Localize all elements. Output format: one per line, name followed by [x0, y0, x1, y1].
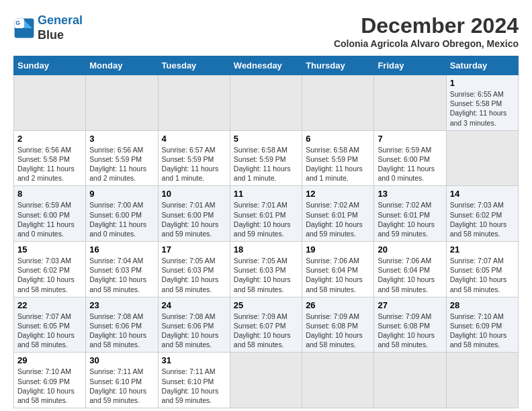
day-info: Sunrise: 7:05 AMSunset: 6:03 PMDaylight:… — [162, 257, 219, 293]
day-cell: 24Sunrise: 7:08 AMSunset: 6:06 PMDayligh… — [158, 297, 230, 353]
day-info: Sunrise: 6:56 AMSunset: 5:59 PMDaylight:… — [89, 146, 146, 183]
day-cell: 15Sunrise: 7:03 AMSunset: 6:02 PMDayligh… — [14, 242, 86, 298]
day-cell: 29Sunrise: 7:10 AMSunset: 6:09 PMDayligh… — [14, 353, 86, 408]
page-header: G General Blue December 2024 Colonia Agr… — [13, 13, 519, 49]
day-number: 8 — [17, 189, 82, 199]
day-cell: 18Sunrise: 7:05 AMSunset: 6:03 PMDayligh… — [230, 242, 302, 298]
day-info: Sunrise: 7:08 AMSunset: 6:06 PMDaylight:… — [89, 312, 146, 349]
day-cell: 25Sunrise: 7:09 AMSunset: 6:07 PMDayligh… — [230, 297, 302, 353]
calendar-week-row: 29Sunrise: 7:10 AMSunset: 6:09 PMDayligh… — [14, 353, 519, 408]
day-info: Sunrise: 7:10 AMSunset: 6:09 PMDaylight:… — [17, 367, 75, 404]
day-cell: 10Sunrise: 7:01 AMSunset: 6:00 PMDayligh… — [158, 186, 230, 242]
day-info: Sunrise: 6:58 AMSunset: 5:59 PMDaylight:… — [234, 146, 291, 183]
day-cell: 31Sunrise: 7:11 AMSunset: 6:10 PMDayligh… — [158, 353, 230, 408]
logo-line2: Blue — [38, 28, 83, 43]
logo-line1: General — [38, 13, 83, 27]
day-number: 15 — [17, 244, 82, 255]
logo: G General Blue — [13, 13, 83, 42]
header-sunday: Sunday — [14, 56, 86, 75]
calendar-week-row: 22Sunrise: 7:07 AMSunset: 6:05 PMDayligh… — [14, 297, 519, 353]
day-number: 17 — [162, 244, 226, 255]
day-number: 3 — [89, 134, 154, 144]
day-cell: 21Sunrise: 7:07 AMSunset: 6:05 PMDayligh… — [446, 242, 518, 298]
empty-day-cell — [302, 75, 374, 131]
day-cell: 4Sunrise: 6:57 AMSunset: 5:59 PMDaylight… — [158, 130, 230, 186]
main-title: December 2024 — [334, 13, 519, 38]
empty-day-cell — [374, 353, 446, 408]
day-info: Sunrise: 7:04 AMSunset: 6:03 PMDaylight:… — [89, 257, 146, 293]
header-tuesday: Tuesday — [158, 56, 230, 75]
day-cell: 3Sunrise: 6:56 AMSunset: 5:59 PMDaylight… — [86, 130, 158, 186]
calendar-week-row: 8Sunrise: 6:59 AMSunset: 6:00 PMDaylight… — [14, 186, 519, 242]
day-info: Sunrise: 7:06 AMSunset: 6:04 PMDaylight:… — [378, 257, 435, 293]
day-info: Sunrise: 7:06 AMSunset: 6:04 PMDaylight:… — [306, 257, 363, 293]
day-cell: 14Sunrise: 7:03 AMSunset: 6:02 PMDayligh… — [446, 186, 518, 242]
day-cell: 16Sunrise: 7:04 AMSunset: 6:03 PMDayligh… — [86, 242, 158, 298]
day-cell: 23Sunrise: 7:08 AMSunset: 6:06 PMDayligh… — [86, 297, 158, 353]
day-info: Sunrise: 7:09 AMSunset: 6:08 PMDaylight:… — [378, 312, 435, 349]
day-info: Sunrise: 7:05 AMSunset: 6:03 PMDaylight:… — [234, 257, 291, 293]
day-info: Sunrise: 7:02 AMSunset: 6:01 PMDaylight:… — [378, 201, 435, 238]
day-info: Sunrise: 6:57 AMSunset: 5:59 PMDaylight:… — [162, 146, 219, 183]
day-info: Sunrise: 7:03 AMSunset: 6:02 PMDaylight:… — [450, 201, 507, 238]
day-cell: 20Sunrise: 7:06 AMSunset: 6:04 PMDayligh… — [374, 242, 446, 298]
day-cell: 5Sunrise: 6:58 AMSunset: 5:59 PMDaylight… — [230, 130, 302, 186]
calendar-header-row: SundayMondayTuesdayWednesdayThursdayFrid… — [14, 56, 519, 75]
day-cell: 1Sunrise: 6:55 AMSunset: 5:58 PMDaylight… — [446, 75, 518, 131]
day-cell: 7Sunrise: 6:59 AMSunset: 6:00 PMDaylight… — [374, 130, 446, 186]
calendar-week-row: 2Sunrise: 6:56 AMSunset: 5:58 PMDaylight… — [14, 130, 519, 186]
header-thursday: Thursday — [302, 56, 374, 75]
day-number: 29 — [17, 355, 82, 365]
day-cell: 30Sunrise: 7:11 AMSunset: 6:10 PMDayligh… — [86, 353, 158, 408]
day-number: 28 — [450, 300, 515, 310]
day-cell: 6Sunrise: 6:58 AMSunset: 5:59 PMDaylight… — [302, 130, 374, 186]
day-number: 7 — [378, 134, 442, 144]
day-info: Sunrise: 7:02 AMSunset: 6:01 PMDaylight:… — [306, 201, 363, 238]
empty-day-cell — [302, 353, 374, 408]
empty-day-cell — [230, 75, 302, 131]
day-cell: 2Sunrise: 6:56 AMSunset: 5:58 PMDaylight… — [14, 130, 86, 186]
day-info: Sunrise: 7:01 AMSunset: 6:00 PMDaylight:… — [162, 201, 219, 238]
day-number: 5 — [234, 134, 298, 144]
day-info: Sunrise: 7:03 AMSunset: 6:02 PMDaylight:… — [17, 257, 75, 293]
day-info: Sunrise: 7:09 AMSunset: 6:07 PMDaylight:… — [234, 312, 291, 349]
day-info: Sunrise: 6:56 AMSunset: 5:58 PMDaylight:… — [17, 146, 75, 183]
day-number: 21 — [450, 244, 515, 255]
day-cell: 27Sunrise: 7:09 AMSunset: 6:08 PMDayligh… — [374, 297, 446, 353]
calendar-week-row: 15Sunrise: 7:03 AMSunset: 6:02 PMDayligh… — [14, 242, 519, 298]
day-cell: 9Sunrise: 7:00 AMSunset: 6:00 PMDaylight… — [86, 186, 158, 242]
day-info: Sunrise: 6:58 AMSunset: 5:59 PMDaylight:… — [306, 146, 363, 183]
header-monday: Monday — [86, 56, 158, 75]
day-info: Sunrise: 7:01 AMSunset: 6:01 PMDaylight:… — [234, 201, 291, 238]
day-cell: 12Sunrise: 7:02 AMSunset: 6:01 PMDayligh… — [302, 186, 374, 242]
header-wednesday: Wednesday — [230, 56, 302, 75]
day-info: Sunrise: 7:11 AMSunset: 6:10 PMDaylight:… — [89, 367, 146, 404]
subtitle: Colonia Agricola Alvaro Obregon, Mexico — [334, 38, 519, 49]
day-cell: 19Sunrise: 7:06 AMSunset: 6:04 PMDayligh… — [302, 242, 374, 298]
day-number: 18 — [234, 244, 298, 255]
day-info: Sunrise: 7:00 AMSunset: 6:00 PMDaylight:… — [89, 201, 146, 238]
day-number: 13 — [378, 189, 442, 199]
day-number: 22 — [17, 300, 82, 310]
day-cell: 8Sunrise: 6:59 AMSunset: 6:00 PMDaylight… — [14, 186, 86, 242]
day-number: 9 — [89, 189, 154, 199]
day-info: Sunrise: 7:07 AMSunset: 6:05 PMDaylight:… — [450, 257, 507, 293]
day-cell: 28Sunrise: 7:10 AMSunset: 6:09 PMDayligh… — [446, 297, 518, 353]
day-number: 11 — [234, 189, 298, 199]
empty-day-cell — [374, 75, 446, 131]
day-number: 24 — [162, 300, 226, 310]
header-friday: Friday — [374, 56, 446, 75]
day-number: 12 — [306, 189, 370, 199]
day-number: 25 — [234, 300, 298, 310]
day-info: Sunrise: 7:08 AMSunset: 6:06 PMDaylight:… — [162, 312, 219, 349]
day-number: 10 — [162, 189, 226, 199]
day-number: 4 — [162, 134, 226, 144]
day-number: 20 — [378, 244, 442, 255]
day-number: 6 — [306, 134, 370, 144]
day-number: 14 — [450, 189, 515, 199]
day-number: 30 — [89, 355, 154, 365]
day-info: Sunrise: 7:10 AMSunset: 6:09 PMDaylight:… — [450, 312, 507, 349]
day-info: Sunrise: 7:09 AMSunset: 6:08 PMDaylight:… — [306, 312, 363, 349]
logo-text: General Blue — [38, 13, 83, 42]
day-number: 2 — [17, 134, 82, 144]
